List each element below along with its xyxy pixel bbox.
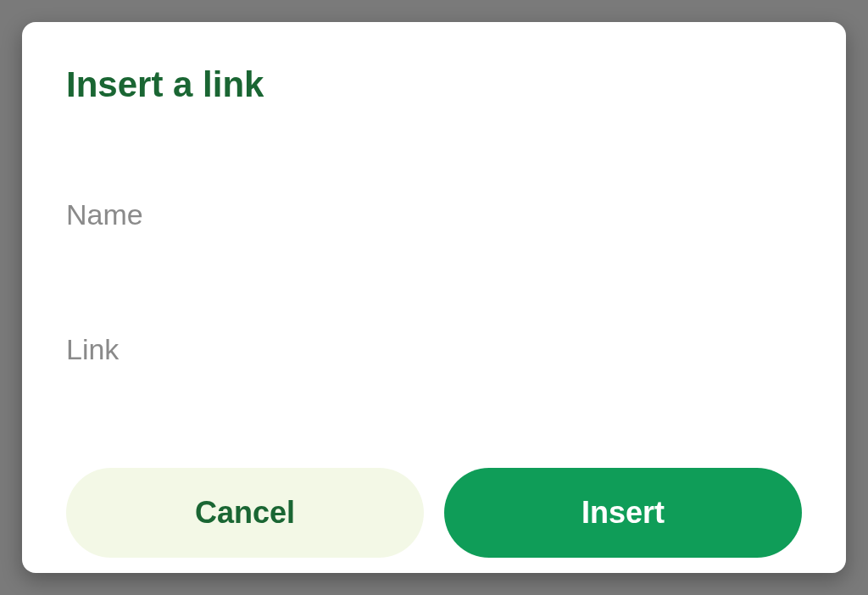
insert-button[interactable]: Insert (444, 468, 802, 558)
name-label: Name (66, 198, 802, 231)
insert-link-dialog: Insert a link Name Link Cancel Insert (22, 22, 846, 573)
name-input[interactable] (66, 231, 802, 274)
dialog-title: Insert a link (66, 64, 802, 105)
form-fields: Name Link (66, 198, 802, 468)
link-input[interactable] (66, 366, 802, 409)
button-row: Cancel Insert (66, 468, 802, 558)
cancel-button[interactable]: Cancel (66, 468, 424, 558)
link-field-group: Link (66, 333, 802, 409)
link-label: Link (66, 333, 802, 366)
name-field-group: Name (66, 198, 802, 274)
